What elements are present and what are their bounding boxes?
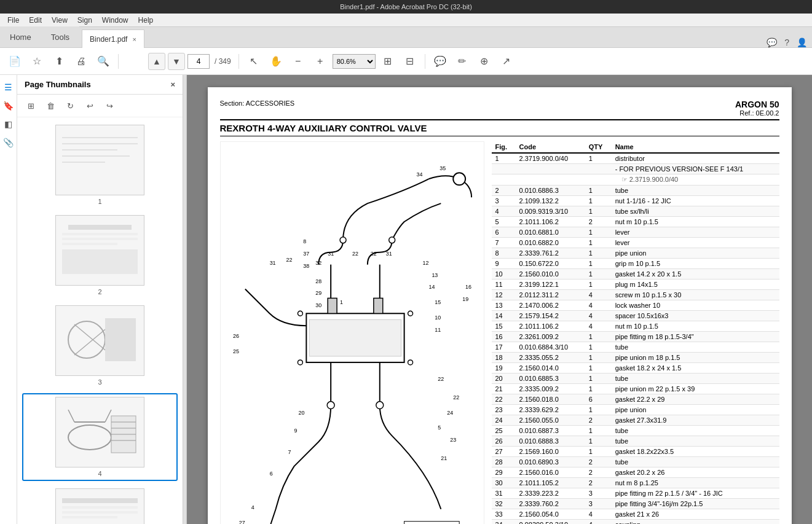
thumbnail-4[interactable]: 4: [22, 393, 178, 481]
menu-window[interactable]: Window: [97, 15, 133, 26]
select-tool-button[interactable]: ↖: [244, 52, 264, 71]
cell-fig: 1: [492, 153, 516, 164]
thumbnail-5[interactable]: 5: [22, 486, 178, 524]
cell-code: 2.1011.106.2: [516, 321, 585, 332]
page-total: / 349: [215, 57, 231, 66]
page-header: Section: ACCESSORIES ARGON 50 Ref.: 0E.0…: [220, 100, 779, 117]
cell-code: 2.1560.010.0: [516, 269, 585, 280]
thumbnails-icon[interactable]: ☰: [1, 80, 16, 95]
search-button[interactable]: 🔍: [93, 52, 113, 71]
thumbnail-2[interactable]: 2: [22, 213, 178, 298]
argon-title: ARGON 50: [735, 100, 779, 109]
tab-close-button[interactable]: ×: [132, 36, 136, 43]
cell-fig: 26: [492, 436, 516, 447]
cell-qty: 1: [585, 405, 612, 415]
layers-icon[interactable]: ◧: [1, 117, 16, 131]
zoom-select[interactable]: 80.6% 50% 75% 100% 125% 150%: [333, 54, 376, 69]
svg-rect-30: [62, 511, 138, 514]
svg-rect-31: [62, 516, 117, 518]
cell-qty: 1: [585, 332, 612, 342]
tab-tools[interactable]: Tools: [41, 26, 79, 47]
export-button[interactable]: ↗: [497, 52, 516, 71]
thumbnail-rotate-cw-button[interactable]: ↻: [61, 97, 79, 114]
cell-name: spacer 10.5x16x3: [612, 311, 779, 321]
menu-edit[interactable]: Edit: [24, 15, 47, 26]
new-button[interactable]: 📄: [5, 52, 25, 71]
next-page-button[interactable]: ▼: [168, 53, 185, 70]
cell-code: 0.010.6884.3/10: [516, 342, 585, 353]
thumbnail-grid-button[interactable]: ⊞: [22, 97, 39, 114]
menu-view[interactable]: View: [47, 15, 73, 26]
chat-icon[interactable]: 💬: [767, 37, 777, 47]
cell-code: 2.3335.009.2: [516, 384, 585, 394]
table-row: 192.1560.014.01gasket 18.2 x 24 x 1.5: [492, 363, 779, 373]
menu-file[interactable]: File: [2, 15, 24, 26]
print-button[interactable]: 🖨: [71, 52, 91, 71]
menu-sign[interactable]: Sign: [73, 15, 97, 26]
highlight-button[interactable]: ✏: [452, 52, 472, 71]
help-icon[interactable]: ?: [784, 37, 789, 47]
table-row: 112.3199.122.11plug m 14x1.5: [492, 280, 779, 290]
cell-qty: 2: [585, 478, 612, 488]
svg-text:37: 37: [303, 251, 309, 257]
cell-qty: 1: [585, 447, 612, 457]
table-row: ☞ 2.3719.900.0/40: [492, 174, 779, 186]
zoom-out-button[interactable]: −: [288, 52, 308, 71]
attachments-icon[interactable]: 📎: [1, 135, 16, 150]
content-area: 34 35 16 19 12 13 14 15 10 11 22 22 26 2…: [220, 141, 779, 524]
hand-tool-button[interactable]: ✋: [266, 52, 286, 71]
cell-name: ☞ 2.3719.900.0/40: [612, 174, 779, 186]
table-row: 40.009.9319.3/101tube sx/lh/li: [492, 206, 779, 217]
svg-text:27: 27: [238, 520, 245, 524]
cell-fig: 16: [492, 332, 516, 342]
thumbnail-delete-button[interactable]: 🗑: [42, 97, 59, 114]
thumbnail-undo-button[interactable]: ↩: [81, 97, 98, 114]
cell-fig: 15: [492, 321, 516, 332]
cell-code: 2.1579.154.2: [516, 311, 585, 321]
cell-fig: 31: [492, 488, 516, 499]
svg-text:30: 30: [315, 302, 321, 308]
cell-name: grip m 10 p.1.5: [612, 259, 779, 269]
tab-home[interactable]: Home: [0, 26, 41, 47]
cell-code: 2.1560.018.0: [516, 394, 585, 405]
cell-name: tube: [612, 436, 779, 447]
page-number-input[interactable]: [187, 54, 210, 69]
cell-fig: 19: [492, 363, 516, 373]
cell-code: 2.3335.055.2: [516, 353, 585, 363]
menu-help[interactable]: Help: [133, 15, 159, 26]
marquee-zoom-button[interactable]: ⊞: [378, 52, 398, 71]
thumbnail-redo-button[interactable]: ↪: [101, 97, 118, 114]
table-row: - FOR PREVIOUS VERSION-SEE F 143/1: [492, 164, 779, 174]
table-row: 340.98309.50.3/104coupling: [492, 520, 779, 525]
upload-button[interactable]: ⬆: [49, 52, 69, 71]
svg-rect-11: [62, 249, 138, 274]
cell-code: 0.010.6886.3: [516, 186, 585, 196]
sidebar-close-button[interactable]: ×: [170, 80, 175, 89]
svg-text:1: 1: [340, 299, 343, 305]
tab-document[interactable]: Binder1.pdf ×: [82, 29, 144, 48]
svg-text:26: 26: [232, 333, 238, 339]
thumbnail-3[interactable]: 3: [22, 303, 178, 388]
bookmark-button[interactable]: ☆: [27, 52, 47, 71]
prev-page-button[interactable]: ▲: [148, 53, 165, 70]
cell-code: 0.010.6882.0: [516, 238, 585, 248]
snap-button[interactable]: ⊟: [400, 52, 420, 71]
thumbnail-1-image: [55, 125, 144, 195]
cell-qty: 1: [585, 373, 612, 384]
ref-label: Ref.: 0E.00.2: [735, 109, 779, 117]
cell-code: 2.1560.014.0: [516, 363, 585, 373]
bookmarks-icon[interactable]: 🔖: [1, 98, 16, 113]
user-icon[interactable]: 👤: [797, 37, 807, 47]
stamp-button[interactable]: ⊕: [475, 52, 494, 71]
comment-button[interactable]: 💬: [430, 52, 450, 71]
cell-fig: 20: [492, 373, 516, 384]
thumbnail-1[interactable]: 1: [22, 122, 178, 208]
cell-qty: 1: [585, 353, 612, 363]
cell-code: 2.1011.106.2: [516, 217, 585, 227]
cell-name: pipe fitting m 22 p.1.5 / 3/4" - 16 JIC: [612, 488, 779, 499]
zoom-in-button[interactable]: +: [310, 52, 330, 71]
sidebar-title: Page Thumbnails: [25, 80, 91, 89]
svg-text:31: 31: [269, 260, 275, 266]
cell-fig: 8: [492, 248, 516, 259]
svg-point-38: [388, 237, 395, 243]
